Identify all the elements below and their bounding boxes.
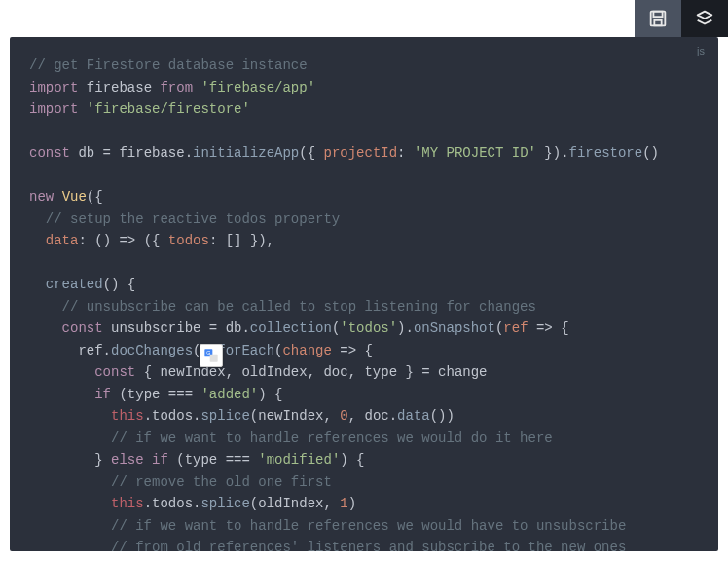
- svg-rect-2: [654, 20, 661, 26]
- code-line: [29, 252, 699, 275]
- code-line: data: () => ({ todos: [] }),: [29, 230, 699, 252]
- code-line: created() {: [29, 274, 699, 296]
- code-line: import firebase from 'firebase/app': [29, 77, 699, 99]
- toolbar: [0, 0, 728, 37]
- code-line: // from old references' listeners and su…: [29, 537, 699, 551]
- google-translate-icon: G: [203, 348, 219, 363]
- copy-button[interactable]: [635, 0, 681, 37]
- code-line: this.todos.splice(oldIndex, 1): [29, 493, 699, 515]
- code-line: // if we want to handle references we wo…: [29, 515, 699, 538]
- code-line: // remove the old one first: [29, 471, 699, 494]
- code-line: [29, 121, 699, 143]
- layers-icon: [694, 8, 715, 29]
- svg-rect-4: [210, 355, 218, 362]
- code-line: const unsubscribe = db.collection('todos…: [29, 318, 699, 340]
- code-line: import 'firebase/firestore': [29, 98, 699, 121]
- code-line: // unsubscribe can be called to stop lis…: [29, 296, 699, 318]
- svg-rect-1: [653, 12, 662, 18]
- code-line: new Vue({: [29, 186, 699, 208]
- code-line: const db = firebase.initializeApp({ proj…: [29, 142, 699, 165]
- code-line: // setup the reactive todos property: [29, 208, 699, 231]
- translate-popup[interactable]: G: [200, 344, 223, 367]
- code-line: } else if (type === 'modified') {: [29, 449, 699, 471]
- stack-button[interactable]: [681, 0, 728, 37]
- code-line: // if we want to handle references we wo…: [29, 428, 699, 450]
- save-disk-icon: [647, 8, 669, 29]
- code-content[interactable]: // get Firestore database instanceimport…: [29, 55, 699, 551]
- code-line: this.todos.splice(newIndex, 0, doc.data(…: [29, 405, 699, 428]
- code-line: // get Firestore database instance: [29, 55, 699, 77]
- code-line: [29, 165, 699, 187]
- svg-text:G: G: [206, 350, 210, 355]
- code-line: const { newIndex, oldIndex, doc, type } …: [29, 361, 699, 384]
- code-line: ref.docChanges().forEach(change => {: [29, 340, 699, 362]
- code-line: if (type === 'added') {: [29, 384, 699, 406]
- code-panel: js // get Firestore database instanceimp…: [10, 37, 718, 551]
- language-badge: js: [697, 45, 705, 56]
